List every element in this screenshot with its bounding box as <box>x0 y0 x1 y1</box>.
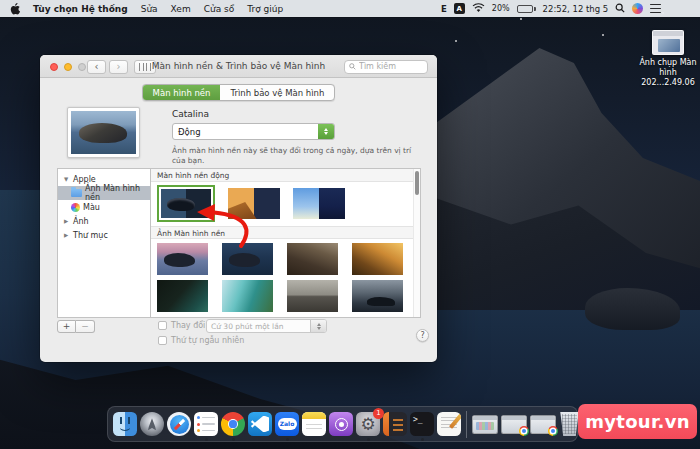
star <box>520 18 522 20</box>
dock-launchpad-icon[interactable] <box>140 412 164 436</box>
dynamic-wallpapers-row <box>157 185 345 222</box>
running-indicator <box>286 438 289 441</box>
sidebar-group-folders[interactable]: ▶ Thư mục <box>58 228 150 242</box>
sidebar-group-photos[interactable]: ▶ Ảnh <box>58 214 150 228</box>
system-preferences-window: ‹ › Màn hình nền & Trình bảo vệ Màn hình… <box>40 55 437 362</box>
panel-scrollbar[interactable] <box>413 169 420 317</box>
dock-minimized-window-chrome-2[interactable] <box>530 415 556 434</box>
folder-icon <box>71 189 82 197</box>
wallpaper-thumb-5[interactable] <box>157 280 208 312</box>
dock-system-preferences-icon[interactable]: ⚙ 1 <box>356 412 380 436</box>
running-indicator <box>232 438 235 441</box>
dock-podcasts-icon[interactable] <box>329 412 353 436</box>
menu-view[interactable]: Xem <box>171 4 191 14</box>
dock-utility-app-icon[interactable] <box>383 412 407 436</box>
sidebar-item-desktop-pictures-label: Ảnh Màn hình nền <box>85 184 150 202</box>
dock-zalo-icon[interactable]: Zalo <box>275 412 299 436</box>
wallpaper-mode-dropdown[interactable]: Động <box>172 123 335 140</box>
help-button[interactable]: ? <box>416 329 429 342</box>
sidebar-item-colors[interactable]: Màu <box>58 200 150 214</box>
remove-folder-button[interactable]: − <box>76 320 95 333</box>
color-wheel-icon <box>71 203 80 212</box>
sidebar-group-photos-label: Ảnh <box>73 217 89 226</box>
zalo-label: Zalo <box>278 418 297 430</box>
search-input[interactable] <box>359 62 423 71</box>
battery-percentage: 20% <box>492 4 510 13</box>
add-folder-button[interactable]: + <box>57 320 76 333</box>
wallpaper-thumb-catalina-dynamic-selected[interactable] <box>157 185 215 222</box>
add-remove-controls: + − <box>57 320 95 333</box>
mytour-watermark: mytour.vn <box>578 404 697 439</box>
desktop-file-screenshot[interactable]: Ảnh chụp Màn hình 202...2.49.06 <box>633 30 700 88</box>
dropdown-stepper-icon <box>318 124 334 139</box>
tab-bar: Màn hình nền Trình bảo vệ Màn hình <box>40 84 437 101</box>
wallpaper-thumb-8[interactable] <box>352 280 403 312</box>
menu-window[interactable]: Cửa sổ <box>204 4 235 14</box>
change-picture-checkbox[interactable] <box>158 321 167 330</box>
menu-app-name[interactable]: Tùy chọn Hệ thống <box>33 4 128 14</box>
dock-minimized-window-system-preferences[interactable] <box>472 415 498 434</box>
wallpaper-thumb-7[interactable] <box>287 280 338 312</box>
chrome-badge-icon <box>548 426 558 436</box>
tab-desktop[interactable]: Màn hình nền <box>143 85 221 100</box>
dock-notes-icon[interactable] <box>302 412 326 436</box>
siri-icon[interactable] <box>632 3 643 14</box>
running-indicator <box>421 438 424 441</box>
dock-chrome-icon[interactable] <box>221 412 245 436</box>
disclosure-down-icon[interactable]: ▼ <box>64 176 70 182</box>
wallpaper-thumb-6[interactable] <box>222 280 273 312</box>
photos-section-header: Ảnh Màn hình nền <box>151 226 413 239</box>
dock-minimized-window-chrome-1[interactable] <box>501 415 527 434</box>
current-wallpaper-preview <box>67 107 140 158</box>
window-titlebar[interactable]: ‹ › Màn hình nền & Trình bảo vệ Màn hình <box>40 55 437 78</box>
dock-finder-icon[interactable] <box>113 412 137 436</box>
disclosure-right-icon[interactable]: ▶ <box>64 232 70 238</box>
running-indicator <box>205 438 208 441</box>
wallpaper-thumb-3[interactable] <box>287 243 338 275</box>
wallpaper-thumb-mojave-dynamic[interactable] <box>228 188 280 219</box>
wallpaper-description: Ảnh màn hình nền này sẽ thay đổi trong c… <box>172 146 424 165</box>
wallpaper-mode-value: Động <box>173 127 318 137</box>
scrollbar-thumb[interactable] <box>415 171 419 195</box>
wifi-icon[interactable] <box>472 3 485 15</box>
menu-clock[interactable]: 22:52, 12 thg 5 <box>543 4 609 14</box>
sidebar-item-colors-label: Màu <box>83 203 100 212</box>
interval-dropdown[interactable]: Cứ 30 phút một lần <box>206 319 327 333</box>
dock-vscode-icon[interactable] <box>248 412 272 436</box>
dock-reminders-icon[interactable] <box>194 412 218 436</box>
source-list-sidebar: ▼ Apple Ảnh Màn hình nền Màu ▶ Ảnh ▶ Thư… <box>57 168 151 318</box>
screenshot-file-thumbnail <box>652 30 684 55</box>
menu-edit[interactable]: Sửa <box>141 4 158 14</box>
apple-menu-icon[interactable] <box>10 3 20 15</box>
tab-screensaver[interactable]: Trình bảo vệ Màn hình <box>220 85 334 100</box>
dock-divider <box>466 411 467 438</box>
dock-textedit-icon[interactable] <box>437 412 461 436</box>
preferences-search-field[interactable] <box>344 60 428 74</box>
sidebar-group-apple-label: Apple <box>73 175 96 184</box>
input-language-indicator[interactable]: E <box>441 4 447 14</box>
wallpaper-thumb-1[interactable] <box>157 243 208 275</box>
random-order-row: Thứ tự ngẫu nhiên <box>158 336 244 345</box>
dock-safari-icon[interactable] <box>167 412 191 436</box>
wallpaper-name-label: Catalina <box>172 109 209 119</box>
star <box>602 34 604 36</box>
wallpaper-small-rock <box>585 288 680 330</box>
disclosure-right-icon[interactable]: ▶ <box>64 218 70 224</box>
wallpaper-picker-panel: Màn hình nền động Ảnh Màn hình nền <box>151 168 421 318</box>
dock-trash-icon[interactable] <box>559 412 580 436</box>
battery-icon[interactable] <box>517 5 536 13</box>
random-order-checkbox[interactable] <box>158 336 167 345</box>
chrome-badge-icon <box>519 426 529 436</box>
wallpaper-thumb-2[interactable] <box>222 243 273 275</box>
notification-center-icon[interactable] <box>650 4 661 13</box>
spotlight-icon[interactable] <box>615 3 625 15</box>
sidebar-item-desktop-pictures[interactable]: Ảnh Màn hình nền <box>58 186 150 200</box>
dock-terminal-icon[interactable]: >_ <box>410 412 434 436</box>
wallpaper-thumb-4[interactable] <box>352 243 403 275</box>
catalina-preview-image <box>71 111 136 154</box>
random-order-label: Thứ tự ngẫu nhiên <box>171 336 244 345</box>
input-source-icon[interactable]: A <box>454 3 465 14</box>
menu-help[interactable]: Trợ giúp <box>247 4 283 14</box>
wallpaper-thumb-solar-dynamic[interactable] <box>293 188 345 219</box>
dropdown-stepper-icon <box>310 320 326 332</box>
